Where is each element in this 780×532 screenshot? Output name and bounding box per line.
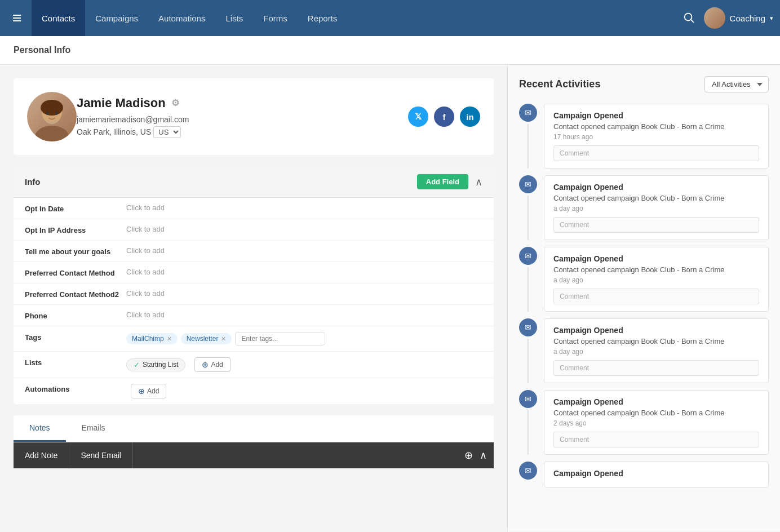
info-row-automations: Automations ⊕ Add	[14, 378, 494, 404]
activity-connector	[528, 267, 529, 312]
nav-item-campaigns[interactable]: Campaigns	[85, 0, 148, 36]
tag-mailchimp: MailChimp ✕	[126, 333, 178, 344]
activity-connector	[528, 124, 529, 169]
info-table: Opt In Date Click to add Opt In IP Addre…	[14, 198, 494, 404]
tabs-header: Notes Emails	[14, 415, 494, 442]
info-section-title: Info	[25, 177, 41, 187]
search-icon[interactable]	[682, 11, 695, 25]
activity-card: Campaign Opened	[544, 462, 769, 487]
activity-email-icon: ✉	[519, 318, 537, 336]
info-row-phone: Phone Click to add	[14, 305, 494, 326]
location-select[interactable]: US	[153, 126, 181, 138]
linkedin-button[interactable]: in	[460, 107, 480, 127]
comment-field[interactable]: Comment	[553, 432, 759, 447]
top-nav: Contacts Campaigns Automations Lists For…	[0, 0, 780, 36]
contact-details: Jamie Madison ⚙ jamiemariemadison@gmail.…	[77, 96, 408, 138]
contact-avatar	[27, 92, 77, 141]
activity-item: ✉ Campaign Opened Contact opened campaig…	[519, 247, 769, 312]
svg-line-1	[691, 20, 694, 23]
activity-item: ✉ Campaign Opened Contact opened campaig…	[519, 104, 769, 169]
info-section: Info Add Field ∧ Opt In Date Click to ad…	[14, 166, 494, 404]
activity-email-icon: ✉	[519, 247, 537, 265]
activity-item: ✉ Campaign Opened	[519, 462, 769, 487]
tab-emails[interactable]: Emails	[66, 415, 121, 442]
tag-input[interactable]	[235, 332, 325, 345]
social-icons: 𝕏 f in	[408, 107, 480, 127]
plus-toolbar-icon[interactable]: ⊕	[464, 449, 473, 462]
tag-newsletter-remove[interactable]: ✕	[221, 335, 226, 343]
coaching-label: Coaching	[730, 14, 765, 23]
activity-connector	[528, 196, 529, 240]
comment-field[interactable]: Comment	[553, 289, 759, 304]
list-badge-starting: ✓ Starting List	[126, 358, 185, 371]
contact-name: Jamie Madison ⚙	[77, 96, 408, 110]
tag-mailchimp-remove[interactable]: ✕	[167, 335, 172, 343]
activity-email-icon: ✉	[519, 462, 537, 480]
recent-activities-title: Recent Activities	[519, 78, 600, 90]
tab-notes[interactable]: Notes	[14, 415, 66, 442]
nav-item-forms[interactable]: Forms	[253, 0, 298, 36]
check-icon: ✓	[134, 361, 140, 369]
activity-email-icon: ✉	[519, 104, 537, 122]
nav-item-contacts[interactable]: Contacts	[32, 0, 85, 36]
toolbar-right: ⊕ ∧	[464, 449, 494, 462]
left-panel: Jamie Madison ⚙ jamiemariemadison@gmail.…	[0, 65, 507, 531]
activity-item: ✉ Campaign Opened Contact opened campaig…	[519, 175, 769, 240]
collapse-icon[interactable]: ∧	[475, 176, 482, 188]
twitter-button[interactable]: 𝕏	[408, 107, 428, 127]
nav-right: Coaching ▾	[682, 7, 773, 29]
info-row-goals: Tell me about your goals Click to add	[14, 241, 494, 262]
info-row-lists: Lists ✓ Starting List ⊕ Add	[14, 352, 494, 378]
activity-item: ✉ Campaign Opened Contact opened campaig…	[519, 318, 769, 383]
svg-point-0	[684, 13, 692, 20]
nav-toggle-button[interactable]	[7, 8, 27, 28]
info-row-tags: Tags MailChimp ✕ Newsletter ✕	[14, 326, 494, 352]
lists-add-button[interactable]: ⊕ Add	[194, 357, 230, 372]
activity-card: Campaign Opened Contact opened campaign …	[544, 175, 769, 240]
svg-point-3	[35, 126, 69, 141]
nav-items: Contacts Campaigns Automations Lists For…	[32, 0, 682, 36]
comment-field[interactable]: Comment	[553, 145, 759, 161]
personal-info-tab[interactable]: Personal Info	[0, 36, 780, 65]
activity-card: Campaign Opened Contact opened campaign …	[544, 247, 769, 312]
svg-point-7	[55, 112, 57, 115]
chevron-down-icon: ▾	[770, 15, 773, 22]
nav-item-automations[interactable]: Automations	[148, 0, 215, 36]
activity-item: ✉ Campaign Opened Contact opened campaig…	[519, 390, 769, 455]
user-menu[interactable]: Coaching ▾	[704, 7, 773, 29]
activity-email-icon: ✉	[519, 390, 537, 408]
activity-card: Campaign Opened Contact opened campaign …	[544, 390, 769, 455]
bottom-tabs-section: Notes Emails Add Note Send Email ⊕ ∧	[14, 415, 494, 468]
main-layout: Jamie Madison ⚙ jamiemariemadison@gmail.…	[0, 65, 780, 531]
nav-item-reports[interactable]: Reports	[298, 0, 348, 36]
activity-connector	[528, 339, 529, 383]
add-note-button[interactable]: Add Note	[14, 442, 69, 468]
svg-point-5	[41, 100, 63, 116]
send-email-button[interactable]: Send Email	[69, 442, 133, 468]
gear-icon[interactable]: ⚙	[171, 97, 179, 108]
plus-icon: ⊕	[138, 387, 145, 396]
nav-item-lists[interactable]: Lists	[215, 0, 253, 36]
facebook-button[interactable]: f	[434, 107, 454, 127]
svg-point-6	[46, 112, 48, 115]
info-header: Info Add Field ∧	[14, 166, 494, 198]
info-row-opt-in-date: Opt In Date Click to add	[14, 198, 494, 219]
contact-header: Jamie Madison ⚙ jamiemariemadison@gmail.…	[14, 78, 494, 155]
comment-field[interactable]: Comment	[553, 217, 759, 233]
contact-location: Oak Park, Illinois, US US	[77, 126, 408, 138]
right-panel-header: Recent Activities All Activities Emails …	[519, 76, 769, 92]
activity-list: ✉ Campaign Opened Contact opened campaig…	[519, 104, 769, 494]
comment-field[interactable]: Comment	[553, 360, 759, 376]
right-panel: Recent Activities All Activities Emails …	[507, 65, 780, 531]
add-field-button[interactable]: Add Field	[417, 174, 468, 189]
contact-email: jamiemariemadison@gmail.com	[77, 115, 408, 124]
info-header-right: Add Field ∧	[417, 174, 482, 189]
activity-email-icon: ✉	[519, 175, 537, 193]
tag-newsletter: Newsletter ✕	[181, 333, 232, 344]
avatar	[704, 7, 725, 29]
info-row-contact-method: Preferred Contact Method Click to add	[14, 262, 494, 283]
chevron-up-icon[interactable]: ∧	[480, 449, 487, 462]
plus-icon: ⊕	[202, 360, 209, 369]
automations-add-button[interactable]: ⊕ Add	[131, 384, 166, 398]
activities-filter[interactable]: All Activities Emails Campaigns Notes	[704, 76, 769, 92]
